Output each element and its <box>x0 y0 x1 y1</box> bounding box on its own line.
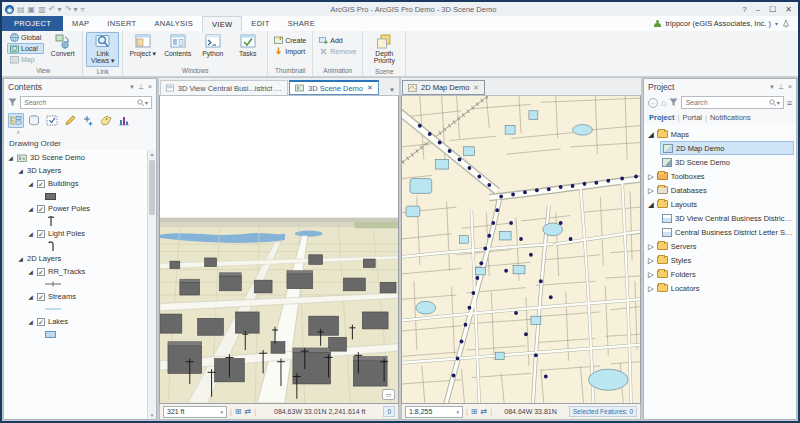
node-2d-map-demo[interactable]: 2D Map Demo <box>660 141 794 155</box>
tasks-pane-button[interactable]: Tasks <box>231 32 264 59</box>
list-by-editing-icon[interactable] <box>62 113 78 128</box>
search-dropdown-icon[interactable]: ▾ <box>145 99 148 106</box>
node-databases[interactable]: ▷ Databases <box>646 183 794 197</box>
tab-project-pane[interactable]: Project <box>649 113 674 122</box>
contents-pin-icon[interactable]: ⊥ <box>138 83 144 91</box>
scene-3d-view[interactable]: ▭ <box>159 95 399 404</box>
import-thumbnail-button[interactable]: Import <box>271 46 309 57</box>
open-project-icon[interactable]: ▣ <box>28 5 36 14</box>
tab-layout-3d-view[interactable]: 3D View Central Busi...istrict Tabloid <box>160 80 288 95</box>
scene-scale-select[interactable]: 321 ft ▾ <box>163 406 227 418</box>
node-folders[interactable]: ▷ Folders <box>646 267 794 281</box>
snap-status-icon[interactable]: ⊞ <box>471 407 478 416</box>
group-2d-layers[interactable]: ◢ 2D Layers <box>7 252 146 265</box>
streams-symbol[interactable] <box>7 303 146 315</box>
node-locators[interactable]: ▷ Locators <box>646 281 794 295</box>
snap-status-icon[interactable]: ⊞ <box>235 407 242 416</box>
local-button[interactable]: Local <box>7 43 44 54</box>
filter-icon[interactable] <box>8 98 17 107</box>
tab-map[interactable]: MAP <box>63 16 98 31</box>
contents-close-icon[interactable]: × <box>148 83 152 91</box>
expander-icon[interactable]: ◢ <box>648 130 654 139</box>
undo-icon[interactable]: ↶ ▾ <box>49 5 62 14</box>
tab-notifications[interactable]: Notifications <box>710 113 751 122</box>
tab-view[interactable]: VIEW <box>202 16 242 31</box>
save-icon[interactable]: ▤ <box>17 5 25 14</box>
project-search-box[interactable]: ▾ <box>681 96 783 109</box>
project-search-input[interactable] <box>685 99 768 106</box>
layer-3d-scene-demo[interactable]: ◢ 3D Scene Demo <box>7 151 146 164</box>
map-2d-view[interactable] <box>401 95 641 404</box>
tab-project[interactable]: PROJECT <box>2 16 63 31</box>
account-dropdown-icon[interactable]: ▾ <box>775 20 778 27</box>
light-poles-checkbox[interactable]: ✓ <box>37 230 45 238</box>
node-layout-letter[interactable]: Central Business District Letter Size <box>660 225 794 239</box>
buildings-symbol[interactable] <box>7 190 146 202</box>
spatial-reference-icon[interactable]: ⇄ <box>245 407 252 416</box>
contents-pane-button[interactable]: Contents <box>161 32 194 59</box>
rr-tracks-checkbox[interactable]: ✓ <box>37 268 45 276</box>
buildings-checkbox[interactable]: ✓ <box>37 180 45 188</box>
home-icon[interactable]: ⌂ <box>661 98 666 108</box>
python-window-button[interactable]: Python <box>196 32 229 59</box>
expander-icon[interactable]: ▷ <box>648 284 654 293</box>
tab-edit[interactable]: EDIT <box>242 16 278 31</box>
signed-in-user[interactable]: trippcor (eGIS Associates, Inc. ) <box>666 19 771 28</box>
tab-2d-map-demo[interactable]: 2D Map Demo ✕ <box>402 80 485 95</box>
close-button[interactable]: ✕ <box>785 5 792 14</box>
list-by-selection-icon[interactable] <box>44 113 60 128</box>
maximize-button[interactable]: ☐ <box>769 5 776 14</box>
layer-rr-tracks[interactable]: ◢ ✓ RR_Tracks <box>7 265 146 278</box>
node-layout-tabloid[interactable]: 3D View Central Business District Tabloi… <box>660 211 794 225</box>
expander-icon[interactable]: ◢ <box>7 154 14 161</box>
add-animation-button[interactable]: Add <box>316 35 359 46</box>
layer-buildings[interactable]: ◢ ✓ Buildings <box>7 177 146 190</box>
layer-lakes[interactable]: ◢ ✓ Lakes <box>7 315 146 328</box>
expander-icon[interactable]: ◢ <box>27 318 34 325</box>
link-views-button[interactable]: Link Views ▾ <box>86 32 119 67</box>
depth-priority-button[interactable]: Depth Priority <box>366 32 402 67</box>
view-overlay-button[interactable]: ▭ <box>382 389 395 400</box>
list-by-labeling-icon[interactable] <box>98 113 114 128</box>
node-layouts[interactable]: ◢ Layouts <box>646 197 794 211</box>
tab-3d-scene-demo[interactable]: 3D Scene Demo ✕ <box>289 80 379 95</box>
rr-tracks-symbol[interactable] <box>7 278 146 290</box>
list-by-charts-icon[interactable] <box>116 113 132 128</box>
selected-features-badge[interactable]: Selected Features: 0 <box>569 406 637 417</box>
list-by-snapping-icon[interactable] <box>80 113 96 128</box>
project-pin-icon[interactable]: ⊥ <box>778 83 784 91</box>
expander-icon[interactable]: ▷ <box>648 256 654 265</box>
back-icon[interactable]: ← <box>648 98 658 108</box>
close-tab-icon[interactable]: ✕ <box>367 84 373 92</box>
help-button[interactable]: ? <box>742 5 746 14</box>
tab-share[interactable]: SHARE <box>279 16 324 31</box>
filter-icon[interactable] <box>669 98 678 107</box>
spatial-reference-icon[interactable]: ⇄ <box>481 407 488 416</box>
project-close-icon[interactable]: × <box>788 83 792 91</box>
layer-streams[interactable]: ◢ ✓ Streams <box>7 290 146 303</box>
node-styles[interactable]: ▷ Styles <box>646 253 794 267</box>
scroll-thumb[interactable] <box>149 160 155 215</box>
map-button[interactable]: Map <box>7 54 44 65</box>
list-by-data-source-icon[interactable] <box>26 113 42 128</box>
node-toolboxes[interactable]: ▷ Toolboxes <box>646 169 794 183</box>
expander-icon[interactable]: ◢ <box>27 230 34 237</box>
expander-icon[interactable]: ◢ <box>27 180 34 187</box>
new-project-icon[interactable]: ▥ <box>38 5 46 14</box>
layer-light-poles[interactable]: ◢ ✓ Light Poles <box>7 227 146 240</box>
contents-scrollbar[interactable]: ▲ ▼ <box>147 150 156 419</box>
notification-icon[interactable] <box>782 19 790 28</box>
scroll-down-icon[interactable]: ▼ <box>148 412 156 418</box>
create-thumbnail-button[interactable]: Create <box>271 35 309 46</box>
minimize-button[interactable]: – <box>756 5 760 14</box>
contents-menu-icon[interactable]: ▾ <box>130 83 134 91</box>
expander-icon[interactable]: ▷ <box>648 242 654 251</box>
streams-checkbox[interactable]: ✓ <box>37 293 45 301</box>
search-dropdown-icon[interactable]: ▾ <box>777 99 780 106</box>
node-3d-scene-demo[interactable]: 3D Scene Demo <box>660 155 794 169</box>
expander-icon[interactable]: ▷ <box>648 270 654 279</box>
tab-analysis[interactable]: ANALYSIS <box>145 16 202 31</box>
expander-icon[interactable]: ◢ <box>17 167 24 174</box>
layer-power-poles[interactable]: ◢ ✓ Power Poles <box>7 202 146 215</box>
group-3d-layers[interactable]: ◢ 3D Layers <box>7 164 146 177</box>
